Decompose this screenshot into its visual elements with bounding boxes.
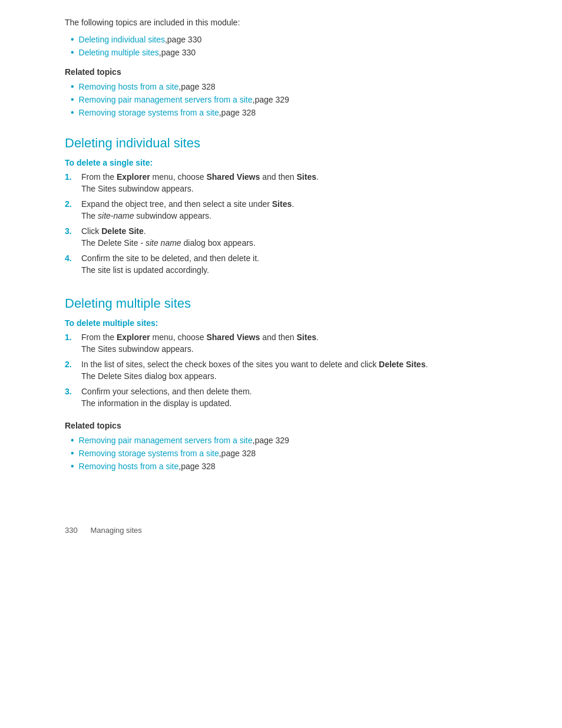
section2-heading: Deleting multiple sites: [65, 296, 515, 311]
section1-step-4-sub: The site list is updated accordingly.: [65, 264, 515, 279]
related-topic-2-2: Removing storage systems from a site, pa…: [71, 447, 515, 460]
section1-step-2-sub: The site-name subwindow appears.: [65, 210, 515, 225]
section1-step-4: 4. Confirm the site to be deleted, and t…: [65, 253, 515, 263]
related-topics-label-2: Related topics: [65, 421, 515, 430]
related-topics-label-1: Related topics: [65, 67, 515, 77]
section2-step-3: 3. Confirm your selections, and then del…: [65, 387, 515, 396]
topics-list: Deleting individual sites, page 330 Dele…: [65, 33, 515, 59]
section2-step-1: 1. From the Explorer menu, choose Shared…: [65, 332, 515, 342]
footer-title: Managing sites: [90, 526, 141, 535]
related-link-1-3[interactable]: Removing storage systems from a site: [79, 108, 219, 117]
section1-step-2: 2. Expand the object tree, and then sele…: [65, 199, 515, 209]
page-footer: 330 Managing sites: [65, 520, 515, 535]
section2-step-2: 2. In the list of sites, select the chec…: [65, 360, 515, 369]
topics-list-item-2: Deleting multiple sites, page 330: [71, 46, 515, 59]
intro-text: The following topics are included in thi…: [65, 18, 515, 27]
section2-sub-heading: To delete multiple sites:: [65, 318, 515, 328]
section1-step-3: 3. Click Delete Site.: [65, 226, 515, 236]
section1-steps: 1. From the Explorer menu, choose Shared…: [65, 172, 515, 279]
related-link-2-2[interactable]: Removing storage systems from a site: [79, 449, 219, 458]
related-topics-list-2: Removing pair management servers from a …: [65, 434, 515, 473]
related-link-2-3[interactable]: Removing hosts from a site: [79, 462, 179, 471]
topics-list-item-1: Deleting individual sites, page 330: [71, 33, 515, 46]
related-topic-2-3: Removing hosts from a site, page 328: [71, 460, 515, 473]
related-topic-1-1: Removing hosts from a site, page 328: [71, 80, 515, 93]
section2-steps: 1. From the Explorer menu, choose Shared…: [65, 332, 515, 413]
topics-link-2[interactable]: Deleting multiple sites: [79, 48, 159, 57]
related-topics-list-1: Removing hosts from a site, page 328 Rem…: [65, 80, 515, 119]
footer-page-number: 330: [65, 526, 78, 535]
section2-step-1-sub: The Sites subwindow appears.: [65, 343, 515, 358]
related-link-1-2[interactable]: Removing pair management servers from a …: [79, 95, 253, 104]
section2-step-3-sub: The information in the display is update…: [65, 397, 515, 413]
topics-link-1[interactable]: Deleting individual sites: [79, 35, 165, 44]
section2-step-2-sub: The Delete Sites dialog box appears.: [65, 370, 515, 386]
section1-step-1-sub: The Sites subwindow appears.: [65, 183, 515, 198]
related-topic-1-2: Removing pair management servers from a …: [71, 93, 515, 106]
footer-spacer: [80, 526, 88, 535]
section1-heading: Deleting individual sites: [65, 136, 515, 151]
related-link-2-1[interactable]: Removing pair management servers from a …: [79, 436, 253, 445]
related-link-1-1[interactable]: Removing hosts from a site: [79, 82, 179, 91]
section1-sub-heading: To delete a single site:: [65, 158, 515, 167]
page-container: The following topics are included in thi…: [0, 0, 562, 558]
section1-step-1: 1. From the Explorer menu, choose Shared…: [65, 172, 515, 182]
section1-step-3-sub: The Delete Site - site name dialog box a…: [65, 237, 515, 252]
related-topic-2-1: Removing pair management servers from a …: [71, 434, 515, 447]
related-topic-1-3: Removing storage systems from a site, pa…: [71, 106, 515, 119]
